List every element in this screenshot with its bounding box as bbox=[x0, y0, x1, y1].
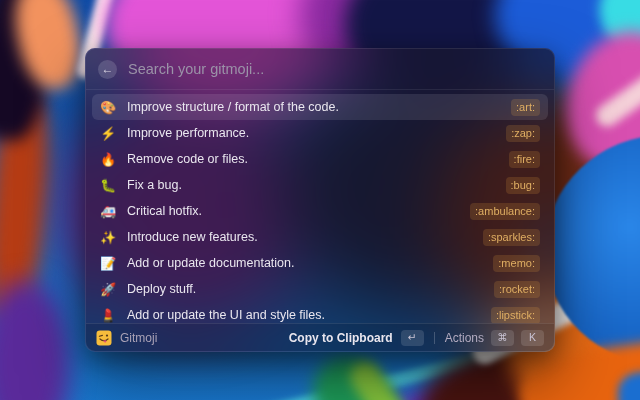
wallpaper-blob bbox=[0, 280, 70, 400]
k-key-badge: K bbox=[521, 330, 544, 346]
footer: Gitmoji Copy to Clipboard ↵ Actions ⌘ K bbox=[86, 323, 554, 351]
gitmoji-code-badge: :sparkles: bbox=[483, 229, 540, 246]
gitmoji-code-badge: :art: bbox=[511, 99, 540, 116]
list-item[interactable]: 🎨 Improve structure / format of the code… bbox=[92, 94, 548, 120]
gitmoji-emoji: 🔥 bbox=[100, 153, 120, 166]
cmd-key-badge: ⌘ bbox=[491, 330, 514, 346]
list-item[interactable]: ⚡ Improve performance. :zap: bbox=[92, 120, 548, 146]
app-name: Gitmoji bbox=[120, 331, 157, 345]
gitmoji-code-badge: :lipstick: bbox=[491, 307, 540, 324]
gitmoji-label: Improve performance. bbox=[127, 126, 249, 140]
gitmoji-label: Improve structure / format of the code. bbox=[127, 100, 339, 114]
gitmoji-list: 🎨 Improve structure / format of the code… bbox=[86, 90, 554, 323]
enter-key-badge: ↵ bbox=[401, 330, 424, 346]
gitmoji-label: Remove code or files. bbox=[127, 152, 248, 166]
primary-action-button[interactable]: Copy to Clipboard ↵ bbox=[289, 330, 424, 346]
gitmoji-emoji: ✨ bbox=[100, 231, 120, 244]
gitmoji-emoji: 📝 bbox=[100, 257, 120, 270]
gitmoji-label: Add or update documentation. bbox=[127, 256, 294, 270]
list-item[interactable]: 🚑 Critical hotfix. :ambulance: bbox=[92, 198, 548, 224]
actions-button[interactable]: Actions ⌘ K bbox=[445, 330, 544, 346]
screen: ← 🎨 Improve structure / format of the co… bbox=[0, 0, 640, 400]
list-item[interactable]: 🔥 Remove code or files. :fire: bbox=[92, 146, 548, 172]
list-item[interactable]: 🐛 Fix a bug. :bug: bbox=[92, 172, 548, 198]
gitmoji-label: Fix a bug. bbox=[127, 178, 182, 192]
gitmoji-logo-icon bbox=[96, 330, 112, 346]
list-item[interactable]: ✨ Introduce new features. :sparkles: bbox=[92, 224, 548, 250]
gitmoji-label: Deploy stuff. bbox=[127, 282, 196, 296]
gitmoji-emoji: 🚑 bbox=[100, 205, 120, 218]
gitmoji-emoji: ⚡ bbox=[100, 127, 120, 140]
gitmoji-emoji: 💄 bbox=[100, 309, 120, 322]
gitmoji-emoji: 🐛 bbox=[100, 179, 120, 192]
gitmoji-code-badge: :ambulance: bbox=[470, 203, 540, 220]
gitmoji-label: Critical hotfix. bbox=[127, 204, 202, 218]
back-arrow-icon: ← bbox=[102, 63, 114, 75]
gitmoji-code-badge: :zap: bbox=[506, 125, 540, 142]
gitmoji-label: Add or update the UI and style files. bbox=[127, 308, 325, 322]
gitmoji-code-badge: :memo: bbox=[493, 255, 540, 272]
primary-action-label: Copy to Clipboard bbox=[289, 331, 393, 345]
actions-label: Actions bbox=[445, 331, 484, 345]
gitmoji-code-badge: :fire: bbox=[509, 151, 540, 168]
footer-divider bbox=[434, 332, 435, 344]
back-button[interactable]: ← bbox=[98, 60, 117, 79]
list-item[interactable]: 📝 Add or update documentation. :memo: bbox=[92, 250, 548, 276]
gitmoji-label: Introduce new features. bbox=[127, 230, 258, 244]
gitmoji-emoji: 🎨 bbox=[100, 101, 120, 114]
list-item[interactable]: 🚀 Deploy stuff. :rocket: bbox=[92, 276, 548, 302]
gitmoji-window: ← 🎨 Improve structure / format of the co… bbox=[85, 48, 555, 352]
gitmoji-code-badge: :rocket: bbox=[494, 281, 540, 298]
search-bar: ← bbox=[86, 49, 554, 90]
list-item[interactable]: 💄 Add or update the UI and style files. … bbox=[92, 302, 548, 323]
gitmoji-code-badge: :bug: bbox=[506, 177, 540, 194]
search-input[interactable] bbox=[128, 61, 542, 77]
gitmoji-emoji: 🚀 bbox=[100, 283, 120, 296]
